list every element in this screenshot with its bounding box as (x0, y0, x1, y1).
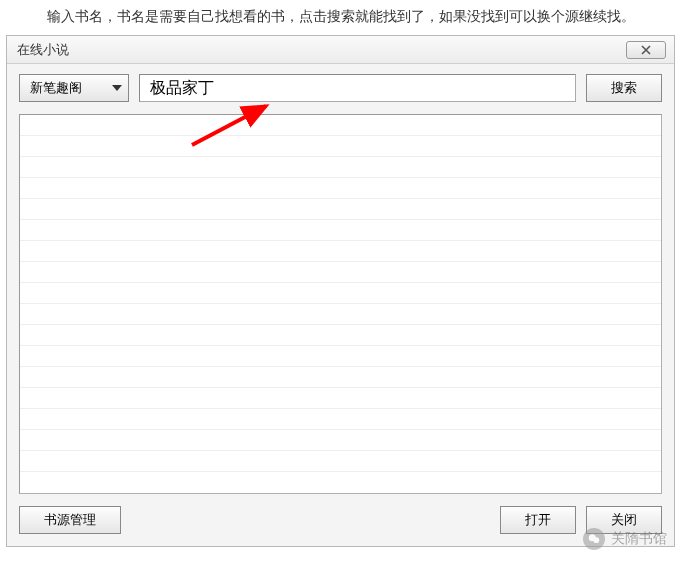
chevron-down-icon (112, 85, 122, 91)
list-item (20, 325, 661, 346)
window-close-button[interactable] (626, 41, 666, 59)
list-item (20, 283, 661, 304)
list-item (20, 115, 661, 136)
list-item (20, 430, 661, 451)
list-item (20, 157, 661, 178)
list-item (20, 451, 661, 472)
list-item (20, 409, 661, 430)
book-name-input[interactable] (139, 74, 576, 102)
results-panel (19, 114, 662, 494)
list-item (20, 220, 661, 241)
close-button[interactable]: 关闭 (586, 506, 662, 534)
instruction-text: 输入书名，书名是需要自己找想看的书，点击搜索就能找到了，如果没找到可以换个源继续… (0, 0, 681, 31)
results-list[interactable] (20, 115, 661, 493)
list-item (20, 178, 661, 199)
open-button[interactable]: 打开 (500, 506, 576, 534)
list-item (20, 199, 661, 220)
search-row: 新笔趣阁 搜索 (19, 74, 662, 102)
list-item (20, 241, 661, 262)
search-button[interactable]: 搜索 (586, 74, 662, 102)
source-dropdown[interactable]: 新笔趣阁 (19, 74, 129, 102)
online-novel-window: 在线小说 新笔趣阁 搜索 (6, 35, 675, 547)
list-item (20, 262, 661, 283)
bottom-right-group: 打开 关闭 (500, 506, 662, 534)
list-item (20, 346, 661, 367)
close-icon (641, 45, 651, 55)
bottom-button-row: 书源管理 打开 关闭 (19, 506, 662, 534)
window-body: 新笔趣阁 搜索 (7, 64, 674, 546)
list-item (20, 304, 661, 325)
list-item (20, 136, 661, 157)
manage-sources-button[interactable]: 书源管理 (19, 506, 121, 534)
list-item (20, 367, 661, 388)
window-titlebar: 在线小说 (7, 36, 674, 64)
source-selected-label: 新笔趣阁 (30, 79, 82, 97)
window-title: 在线小说 (17, 41, 69, 59)
list-item (20, 388, 661, 409)
